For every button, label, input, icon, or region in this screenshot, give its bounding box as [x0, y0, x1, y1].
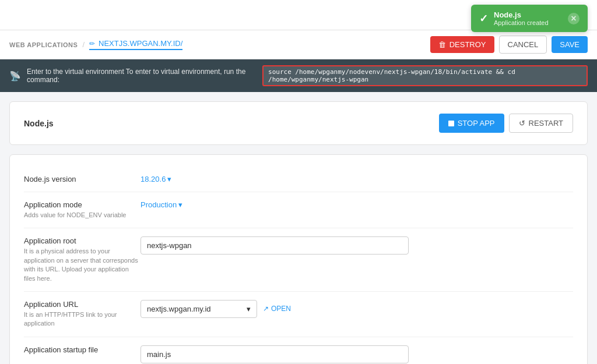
root-label: Application root: [24, 236, 141, 245]
form-row-startup: Application startup file: [24, 337, 573, 364]
cancel-button[interactable]: CANCEL: [499, 36, 547, 54]
header-actions: 🗑 DESTROY CANCEL SAVE: [430, 36, 588, 54]
root-label-col: Application root It is a physical addres…: [24, 236, 141, 283]
app-name: Node.js: [24, 119, 54, 128]
url-open-link[interactable]: ↗ OPEN: [263, 305, 291, 313]
form-section: Node.js version 18.20.6 ▾ Application mo…: [9, 154, 588, 364]
mode-label: Application mode: [24, 200, 141, 209]
destroy-label: DESTROY: [449, 40, 486, 49]
breadcrumb-section: WEB APPLICATIONS: [9, 41, 78, 48]
restart-label: RESTART: [529, 119, 563, 128]
startup-label-col: Application startup file: [24, 345, 141, 354]
root-hint: It is a physical address to your applica…: [24, 247, 141, 283]
url-value: nextjs.wpgan.my.id: [147, 305, 211, 313]
form-row-mode: Application mode Adds value for NODE_ENV…: [24, 192, 573, 228]
edit-icon: ✏: [89, 40, 95, 48]
mode-dropdown[interactable]: Production ▾: [141, 200, 182, 209]
info-banner: 📡 Enter to the virtual environment To en…: [0, 59, 597, 92]
mode-value: Production: [141, 200, 177, 209]
banner-text: Enter to the virtual environment To ente…: [27, 68, 253, 84]
toast-title: Node.js: [494, 10, 549, 19]
version-label: Node.js version: [24, 175, 141, 183]
form-row-version: Node.js version 18.20.6 ▾: [24, 167, 573, 192]
banner-command: source /home/wpganmy/nodevenv/nextjs-wpg…: [262, 65, 588, 86]
root-value-col: [141, 236, 573, 255]
version-value: 18.20.6: [141, 175, 166, 183]
version-dropdown[interactable]: 18.20.6 ▾: [141, 175, 171, 183]
mode-hint: Adds value for NODE_ENV variable: [24, 211, 141, 220]
url-label-col: Application URL It is an HTTP/HTTPS link…: [24, 300, 141, 328]
breadcrumb-current[interactable]: ✏ NEXTJS.WPGAN.MY.ID/: [89, 39, 182, 50]
form-row-url: Application URL It is an HTTP/HTTPS link…: [24, 292, 573, 337]
url-label: Application URL: [24, 300, 141, 309]
toast-check-icon: ✓: [479, 12, 488, 25]
toast-content: Node.js Application created: [494, 10, 549, 26]
top-bar: 🔍 (/) ✓ Node.js Application created ×: [0, 0, 597, 30]
restart-button[interactable]: ↺ RESTART: [509, 114, 573, 133]
startup-input[interactable]: [141, 345, 409, 363]
toast-close-button[interactable]: ×: [568, 13, 580, 24]
app-status-card: Node.js STOP APP ↺ RESTART: [9, 101, 588, 145]
startup-label: Application startup file: [24, 345, 141, 354]
form-row-root: Application root It is a physical addres…: [24, 228, 573, 292]
url-select[interactable]: nextjs.wpgan.my.id ▾: [141, 300, 257, 318]
url-chevron-icon: ▾: [247, 305, 251, 313]
root-input[interactable]: [141, 236, 409, 255]
save-button[interactable]: SAVE: [552, 36, 588, 53]
destroy-button[interactable]: 🗑 DESTROY: [430, 36, 494, 53]
breadcrumb-current-label: NEXTJS.WPGAN.MY.ID/: [99, 39, 182, 48]
url-hint: It is an HTTP/HTTPS link to your applica…: [24, 310, 141, 328]
mode-label-col: Application mode Adds value for NODE_ENV…: [24, 200, 141, 220]
version-label-col: Node.js version: [24, 175, 141, 183]
stop-app-button[interactable]: STOP APP: [439, 114, 504, 133]
toast-subtitle: Application created: [494, 19, 549, 26]
stop-label: STOP APP: [458, 119, 495, 128]
open-external-icon: ↗: [263, 305, 269, 313]
mode-value-col: Production ▾: [141, 200, 573, 209]
stop-icon: [448, 121, 454, 126]
breadcrumb: WEB APPLICATIONS / ✏ NEXTJS.WPGAN.MY.ID/: [9, 39, 182, 50]
breadcrumb-separator: /: [82, 40, 85, 49]
mode-chevron-icon: ▾: [178, 200, 182, 209]
version-chevron-icon: ▾: [167, 175, 171, 183]
page-header: WEB APPLICATIONS / ✏ NEXTJS.WPGAN.MY.ID/…: [0, 30, 597, 59]
app-status-row: Node.js STOP APP ↺ RESTART: [24, 114, 573, 133]
banner-icon: 📡: [9, 70, 21, 82]
app-controls: STOP APP ↺ RESTART: [439, 114, 573, 133]
version-value-col: 18.20.6 ▾: [141, 175, 573, 183]
main-content: Node.js STOP APP ↺ RESTART Node.js versi…: [0, 92, 597, 364]
toast-notification: ✓ Node.js Application created ×: [471, 5, 588, 32]
destroy-icon: 🗑: [438, 40, 446, 49]
restart-icon: ↺: [519, 119, 525, 128]
url-value-col: nextjs.wpgan.my.id ▾ ↗ OPEN: [141, 300, 573, 318]
open-label: OPEN: [271, 305, 291, 313]
startup-value-col: [141, 345, 573, 363]
